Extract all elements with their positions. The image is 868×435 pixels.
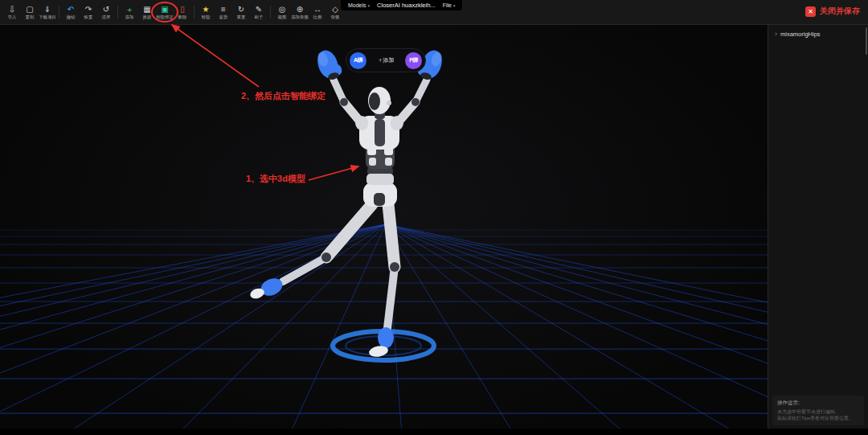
reset-icon: ↻ <box>238 6 244 14</box>
toolbar-item-label: 清屏 <box>102 14 111 18</box>
add-icon: ＋ <box>125 6 133 14</box>
clear-icon: ↺ <box>103 6 109 14</box>
annotation-step1: 1、选中3d模型 <box>246 173 305 185</box>
delete-icon: ▯ <box>180 6 185 14</box>
toolbar-item-label: 智能 <box>202 14 211 18</box>
import-icon: ⇩ <box>9 6 15 14</box>
left-glove <box>314 47 344 82</box>
toolbar-item-label: 删除 <box>178 14 187 18</box>
app-window: ⇩导入▢复制⇓下载项目↶撤销↷恢复↺清屏＋添加▦换肤▣智能绑定▯删除★智能≡姿势… <box>0 0 868 435</box>
add-action-label[interactable]: ＋添加 <box>378 56 395 64</box>
toolbar-item-undo[interactable]: ↶撤销 <box>62 0 80 24</box>
toolbar-item-pose[interactable]: ≡姿势 <box>215 0 232 24</box>
main-toolbar: ⇩导入▢复制⇓下载项目↶撤销↷恢复↺清屏＋添加▦换肤▣智能绑定▯删除★智能≡姿势… <box>0 0 344 24</box>
toolbar-item-import[interactable]: ⇩导入 <box>3 0 21 24</box>
close-icon: ✕ <box>805 6 816 17</box>
copy-icon: ▢ <box>26 6 33 14</box>
bone-node-label: mixamorigHips <box>780 31 821 38</box>
skin-icon: ▦ <box>143 6 150 14</box>
smart-icon: ★ <box>203 6 210 14</box>
toolbar-item-label: 恢复 <box>84 14 93 18</box>
toolbar-item-reset[interactable]: ↻重置 <box>232 0 250 24</box>
toolbar-item-label: 姿势 <box>219 14 228 18</box>
smart-bind-icon: ▣ <box>161 6 168 14</box>
bottom-strip <box>0 429 868 435</box>
toolbar-item-label: 添加骨骼 <box>291 14 309 18</box>
toolbar-item-label: 换肤 <box>143 14 152 18</box>
redo-icon: ↷ <box>85 6 92 14</box>
tips-line: 点击选中骨骼节点进行编辑, <box>777 408 859 415</box>
toolbar-item-brush[interactable]: ✎刷子 <box>250 0 268 24</box>
toolbar-item-view[interactable]: ◎视图 <box>273 0 291 24</box>
annotation-step2: 2、然后点击智能绑定 <box>241 90 326 102</box>
toolbar-item-label: 骨骼 <box>331 14 340 18</box>
chevron-down-icon: ▾ <box>368 3 371 8</box>
tips-title: 操作提示: <box>777 400 859 407</box>
toolbar-item-label: 刷子 <box>255 14 264 18</box>
floating-toolbar: A绑 ＋添加 P绑 <box>346 48 426 72</box>
toolbar-separator <box>194 6 194 18</box>
toolbar-item-delete[interactable]: ▯删除 <box>174 0 191 24</box>
toolbar-item-label: 撤销 <box>67 14 76 18</box>
window-title-bar: Models ▾ CloserAI huaxzkleih... File ▾ <box>341 0 462 10</box>
toolbar-item-redo[interactable]: ↷恢复 <box>80 0 97 24</box>
tips-panel: 操作提示: 点击选中骨骼节点进行编辑, 鼠标滚轮打Tips查看对应骨骼位置。 <box>772 396 864 425</box>
top-toolbar: ⇩导入▢复制⇓下载项目↶撤销↷恢复↺清屏＋添加▦换肤▣智能绑定▯删除★智能≡姿势… <box>0 0 868 25</box>
download-project-icon: ⇓ <box>44 6 51 14</box>
toolbar-item-skin[interactable]: ▦换肤 <box>138 0 156 24</box>
toolbar-item-label: 比例 <box>313 14 322 18</box>
chevron-right-icon: › <box>775 31 777 38</box>
toolbar-item-clear[interactable]: ↺清屏 <box>97 0 115 24</box>
viewport-3d[interactable]: A绑 ＋添加 P绑 <box>0 24 768 435</box>
pose-bind-badge[interactable]: P绑 <box>405 52 422 69</box>
toolbar-item-label: 重置 <box>237 14 246 18</box>
toolbar-item-download-project[interactable]: ⇓下载项目 <box>39 0 56 24</box>
toolbar-separator <box>270 6 271 18</box>
toolbar-item-label: 复制 <box>26 14 35 18</box>
toolbar-item-label: 导入 <box>8 14 17 18</box>
scene-canvas <box>0 24 768 435</box>
toolbar-item-smart-bind[interactable]: ▣智能绑定 <box>156 0 174 24</box>
toolbar-item-label: 智能绑定 <box>156 14 174 18</box>
bone-node-mixamorigHips[interactable]: › mixamorigHips <box>768 24 868 44</box>
models-menu[interactable]: Models ▾ <box>348 2 370 8</box>
pose-icon: ≡ <box>221 6 226 14</box>
brush-icon: ✎ <box>256 6 262 14</box>
right-boot <box>378 327 394 348</box>
toolbar-item-add[interactable]: ＋添加 <box>121 0 138 24</box>
toolbar-item-label: 下载项目 <box>39 14 56 18</box>
scrollbar-thumb[interactable] <box>866 27 867 55</box>
close-save-label: 关闭并保存 <box>820 6 860 17</box>
document-title: CloserAI huaxzkleih... <box>377 2 436 9</box>
auto-bind-badge[interactable]: A绑 <box>350 52 366 69</box>
right-sidebar: › mixamorigHips 操作提示: 点击选中骨骼节点进行编辑, 鼠标滚轮… <box>768 24 868 435</box>
add-bone-icon: ⊕ <box>297 6 303 14</box>
toolbar-item-copy[interactable]: ▢复制 <box>21 0 39 24</box>
file-menu[interactable]: File ▾ <box>443 2 456 8</box>
tips-line: 鼠标滚轮打Tips查看对应骨骼位置。 <box>777 415 859 421</box>
toolbar-item-add-bone[interactable]: ⊕添加骨骼 <box>291 0 309 24</box>
view-icon: ◎ <box>279 6 286 14</box>
file-menu-label: File <box>443 2 452 8</box>
toolbar-item-scale[interactable]: ↔比例 <box>309 0 326 24</box>
toolbar-separator <box>59 6 59 18</box>
toolbar-item-label: 视图 <box>278 14 287 18</box>
toolbar-separator <box>117 6 118 18</box>
scale-icon: ↔ <box>313 6 321 14</box>
toolbar-item-label: 添加 <box>125 14 134 18</box>
models-menu-label: Models <box>348 2 366 8</box>
chevron-down-icon: ▾ <box>453 3 456 8</box>
close-save-button[interactable]: ✕ 关闭并保存 <box>805 6 860 17</box>
toolbar-item-smart[interactable]: ★智能 <box>197 0 215 24</box>
undo-icon: ↶ <box>68 6 74 14</box>
bone-icon: ◇ <box>332 6 338 14</box>
